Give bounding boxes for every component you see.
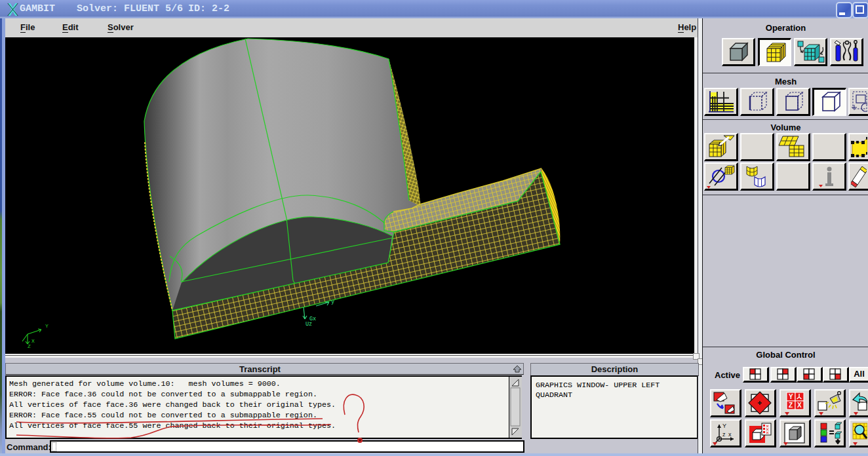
svg-text:X: X <box>797 402 802 409</box>
svg-text:Y: Y <box>789 393 793 400</box>
svg-text:Y: Y <box>722 423 726 429</box>
svg-text:x: x <box>728 431 732 438</box>
svg-text:Z: Z <box>789 402 793 409</box>
svg-text:z: z <box>722 431 726 438</box>
